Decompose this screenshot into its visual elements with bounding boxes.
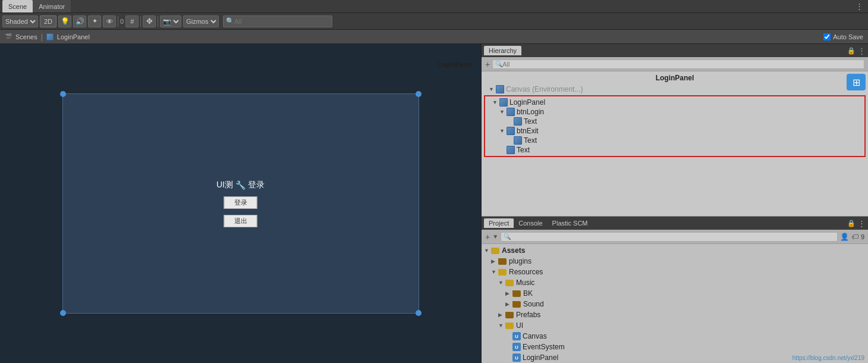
project-menu-btn[interactable]: ⋮: [858, 219, 866, 228]
proj-count: 9: [861, 233, 864, 240]
proj-item-resources[interactable]: ▼ Resources: [482, 267, 868, 277]
proj-item-music[interactable]: ▼ Music: [482, 277, 868, 288]
tree-label: Text: [517, 146, 530, 154]
move-btn[interactable]: ✥: [143, 15, 156, 27]
login-btn[interactable]: 登录: [224, 196, 257, 209]
tree-item-btnlogin[interactable]: ▼ btnLogin: [485, 107, 864, 117]
folder-icon: [512, 301, 521, 308]
exit-btn[interactable]: 退出: [224, 215, 257, 227]
connect-btn[interactable]: ⊞: [847, 74, 866, 90]
folder-icon: [491, 248, 499, 254]
scene-cam-btn[interactable]: 👁: [103, 15, 116, 27]
proj-item-prefabs[interactable]: ▶ Prefabs: [482, 309, 868, 320]
fx-icon-btn[interactable]: ✦: [88, 15, 101, 27]
light-icon-btn[interactable]: 💡: [58, 15, 71, 27]
audio-icon-btn[interactable]: 🔊: [73, 15, 86, 27]
proj-label: Resources: [509, 268, 543, 276]
gizmos-select[interactable]: Gizmos: [183, 15, 219, 27]
project-tab[interactable]: Project: [484, 218, 514, 228]
proj-label: Prefabs: [516, 311, 540, 319]
arrow-icon: ▼: [499, 109, 507, 115]
proj-item-bk[interactable]: ▶ BK: [482, 288, 868, 299]
grid-btn[interactable]: #: [125, 15, 139, 27]
proj-person-btn[interactable]: 👤: [840, 233, 849, 241]
proj-label: EventSystem: [523, 343, 565, 351]
proj-label: plugins: [509, 257, 532, 265]
folder-icon: [505, 323, 514, 329]
hierarchy-menu-btn[interactable]: ⋮: [858, 46, 866, 55]
handle-bl[interactable]: [60, 310, 66, 316]
cube-icon: [507, 108, 515, 116]
console-tab[interactable]: Console: [514, 218, 547, 228]
hierarchy-tab[interactable]: Hierarchy: [484, 46, 521, 55]
scene-tab[interactable]: Scene: [2, 0, 33, 12]
tree-label: Text: [524, 117, 537, 126]
arrow-icon: ▼: [492, 99, 499, 105]
autosave-label[interactable]: Auto Save: [823, 33, 863, 40]
project-search-input[interactable]: [511, 233, 835, 240]
hierarchy-red-box: ▼ LoginPanel ▼ btnLogin: [484, 95, 866, 157]
unity-cube-icon: [46, 33, 54, 40]
proj-label: Music: [516, 278, 534, 287]
scenes-label: Scenes: [15, 33, 37, 40]
tree-label: btnExit: [517, 127, 539, 135]
camera-select[interactable]: 📷: [160, 15, 181, 27]
proj-item-canvas[interactable]: U Canvas: [482, 331, 868, 342]
project-lock-btn[interactable]: 🔒: [847, 220, 856, 227]
proj-item-ui[interactable]: ▼ UI: [482, 320, 868, 331]
proj-tag-btn[interactable]: 🏷: [851, 233, 858, 241]
mode-2d-button[interactable]: 2D: [40, 15, 56, 27]
autosave-checkbox[interactable]: [823, 33, 831, 40]
proj-item-plugins[interactable]: ▶ plugins: [482, 256, 868, 267]
status-url: https://blog.csdn.net/yxl219: [792, 355, 864, 361]
proj-label: BK: [523, 289, 533, 298]
arrow-icon: ▼: [499, 128, 507, 134]
tree-item-loginpanel[interactable]: ▼ LoginPanel: [485, 98, 864, 107]
proj-label: Canvas: [523, 332, 547, 340]
handle-tr[interactable]: [416, 91, 422, 97]
project-dropdown-btn[interactable]: ▼: [492, 233, 498, 240]
hierarchy-title-display: LoginPanel: [656, 74, 694, 82]
arrow-icon: ▼: [489, 86, 496, 92]
shaded-select[interactable]: Shaded: [2, 15, 38, 27]
tree-label: Canvas (Environment...): [506, 85, 583, 93]
scene-search-input[interactable]: [234, 18, 329, 25]
folder-icon: [498, 258, 507, 265]
tree-item-text2[interactable]: Text: [485, 136, 864, 145]
cube-icon: [514, 117, 522, 126]
cube-icon: [514, 136, 522, 145]
tree-item-text1[interactable]: Text: [485, 117, 864, 126]
tree-label: btnLogin: [517, 108, 544, 116]
handle-tl[interactable]: [60, 91, 66, 97]
hierarchy-search-input[interactable]: [502, 61, 861, 68]
proj-label: Assets: [502, 246, 525, 255]
tree-item-canvas[interactable]: ▼ Canvas (Environment...): [482, 85, 868, 94]
proj-item-assets[interactable]: ▼ Assets: [482, 245, 868, 256]
cube-icon: [507, 127, 515, 135]
folder-icon: [498, 269, 507, 276]
proj-item-sound[interactable]: ▶ Sound: [482, 299, 868, 309]
scene-title: UI测🔧登录: [216, 180, 265, 190]
panel-options-icon[interactable]: ⋮: [853, 2, 866, 11]
tree-item-text3[interactable]: Text: [485, 145, 864, 155]
proj-label: UI: [516, 321, 523, 330]
project-add-btn[interactable]: +: [485, 232, 490, 242]
tree-item-btnexit[interactable]: ▼ btnExit: [485, 126, 864, 136]
folder-icon: [505, 312, 514, 318]
proj-item-eventsystem[interactable]: U EventSystem: [482, 342, 868, 352]
hierarchy-add-btn[interactable]: +: [485, 60, 490, 69]
proj-label: LoginPanel: [523, 353, 558, 362]
cube-icon: [499, 98, 508, 107]
unity-icon: U: [512, 343, 521, 351]
status-bar: https://blog.csdn.net/yxl219: [789, 352, 868, 363]
cube-icon: [507, 146, 515, 154]
animator-tab[interactable]: Animator: [33, 0, 71, 12]
folder-icon: [512, 290, 521, 297]
project-content: ▼ Assets ▶ plugins ▼: [482, 244, 868, 363]
handle-br[interactable]: [416, 310, 422, 316]
folder-icon: [505, 280, 514, 286]
scene-view: UI测🔧登录 登录 退出: [0, 44, 482, 363]
plastic-tab[interactable]: Plastic SCM: [548, 218, 593, 228]
hierarchy-lock-btn[interactable]: 🔒: [847, 47, 856, 55]
proj-label: Sound: [523, 300, 544, 308]
